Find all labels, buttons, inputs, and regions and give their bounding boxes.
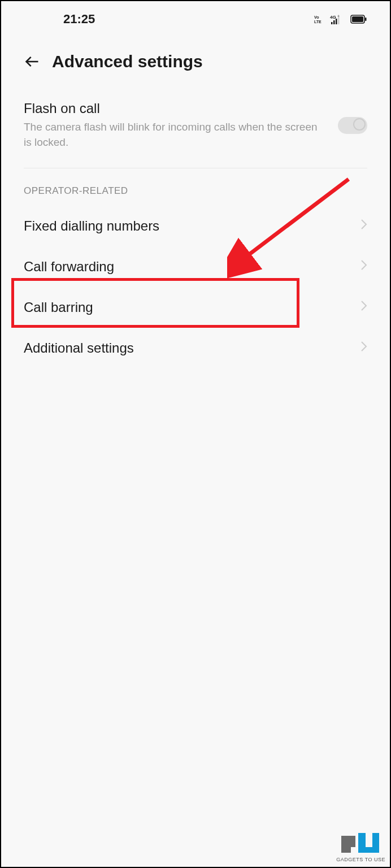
watermark-logo bbox=[338, 827, 384, 856]
svg-rect-10 bbox=[365, 18, 367, 21]
chevron-right-icon bbox=[360, 219, 367, 233]
watermark-text: GADGETS TO USE bbox=[336, 857, 385, 862]
svg-rect-5 bbox=[333, 20, 335, 24]
additional-settings-item[interactable]: Additional settings bbox=[1, 328, 390, 368]
section-header-operator: OPERATOR-RELATED bbox=[1, 168, 390, 206]
svg-text:4G: 4G bbox=[330, 15, 336, 20]
additional-settings-label: Additional settings bbox=[24, 340, 134, 356]
fixed-dialling-label: Fixed dialling numbers bbox=[24, 218, 159, 234]
flash-on-call-title: Flash on call bbox=[24, 101, 338, 116]
call-forwarding-item[interactable]: Call forwarding bbox=[1, 246, 390, 287]
back-button[interactable] bbox=[24, 53, 41, 70]
chevron-right-icon bbox=[360, 341, 367, 355]
toggle-knob bbox=[353, 118, 366, 131]
battery-icon bbox=[350, 15, 367, 24]
watermark: GADGETS TO USE bbox=[336, 827, 385, 862]
svg-text:LTE: LTE bbox=[314, 20, 322, 24]
status-icons: Vo LTE 4G + bbox=[314, 14, 367, 24]
signal-icon: 4G + bbox=[330, 14, 346, 24]
status-time: 21:25 bbox=[63, 12, 95, 27]
call-forwarding-label: Call forwarding bbox=[24, 259, 114, 275]
flash-on-call-toggle[interactable] bbox=[338, 117, 367, 134]
flash-on-call-desc: The camera flash will blink for incoming… bbox=[24, 120, 318, 150]
svg-rect-9 bbox=[352, 16, 363, 22]
svg-text:Vo: Vo bbox=[314, 15, 319, 19]
svg-rect-7 bbox=[338, 17, 340, 24]
chevron-right-icon bbox=[360, 259, 367, 274]
volte-icon: Vo LTE bbox=[314, 15, 325, 24]
status-bar: 21:25 Vo LTE 4G + bbox=[1, 1, 390, 35]
fixed-dialling-item[interactable]: Fixed dialling numbers bbox=[1, 206, 390, 246]
chevron-right-icon bbox=[360, 300, 367, 315]
flash-on-call-item[interactable]: Flash on call The camera flash will blin… bbox=[1, 88, 390, 162]
header: Advanced settings bbox=[1, 35, 390, 88]
page-title: Advanced settings bbox=[52, 52, 203, 71]
arrow-left-icon bbox=[24, 54, 40, 70]
svg-rect-6 bbox=[336, 19, 337, 24]
call-barring-item[interactable]: Call barring bbox=[1, 287, 390, 328]
call-barring-label: Call barring bbox=[24, 300, 93, 315]
svg-rect-4 bbox=[331, 22, 333, 24]
